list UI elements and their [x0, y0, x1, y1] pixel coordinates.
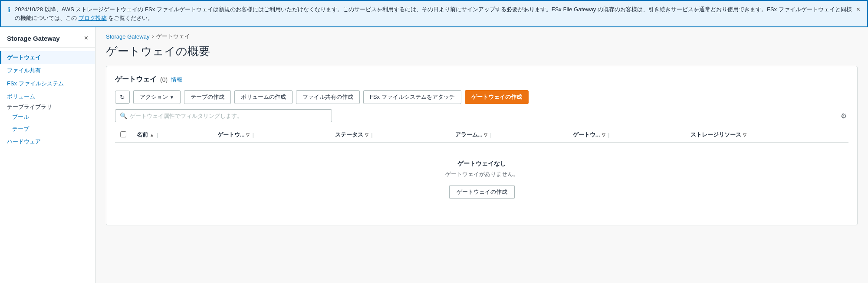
banner-text-part2: をご覧ください。: [108, 15, 153, 21]
col-storage-resource-sort: ▽: [743, 133, 746, 137]
gateway-create-button[interactable]: ゲートウェイの作成: [465, 90, 529, 104]
sidebar-nav-link-fileshare[interactable]: ファイル共有: [0, 64, 95, 77]
col-gateway-endpoint-sort: ▽: [602, 133, 605, 137]
data-table: 名前 ▲ | ゲートウ... ▽ |: [115, 127, 848, 216]
table-wrapper: 名前 ▲ | ゲートウ... ▽ |: [115, 127, 848, 216]
col-storage-resource[interactable]: ストレージリソース ▽: [685, 127, 848, 143]
sidebar-item-pool[interactable]: プール: [0, 111, 95, 123]
col-name-sort-asc: ▲: [150, 133, 154, 137]
breadcrumb-separator: ›: [152, 33, 154, 39]
col-gateway-type-label: ゲートウ...: [217, 131, 245, 139]
col-name[interactable]: 名前 ▲ |: [132, 127, 212, 143]
col-gateway-type-sort: ▽: [246, 133, 250, 137]
main-content: Storage Gateway › ゲートウェイ ゲートウェイの概要 ゲートウェ…: [95, 27, 868, 283]
col-name-label: 名前: [137, 131, 148, 139]
sidebar-nav-link-hardware[interactable]: ハードウェア: [0, 135, 95, 148]
sidebar-section-tapelibrary: テープライブラリ: [0, 101, 59, 113]
banner-blog-link[interactable]: ブログ投稿: [79, 15, 107, 21]
table-header: 名前 ▲ | ゲートウ... ▽ |: [115, 127, 848, 143]
sidebar-item-tape[interactable]: テープ: [0, 123, 95, 135]
card-header: ゲートウェイ (0) 情報: [115, 75, 848, 84]
sidebar-nav-link-fsx[interactable]: FSx ファイルシステム: [0, 77, 95, 90]
sidebar-item-hardware[interactable]: ハードウェア: [0, 135, 95, 148]
col-status-label: ステータス: [335, 131, 363, 139]
search-section: 🔍 ⚙: [115, 109, 848, 122]
sidebar-item-gateway[interactable]: ゲートウェイ: [0, 51, 95, 64]
breadcrumb-current: ゲートウェイ: [156, 33, 190, 40]
card-info-link[interactable]: 情報: [171, 76, 182, 84]
sidebar-nav: ゲートウェイ ファイル共有 FSx ファイルシステム ボリューム テープライブラ…: [0, 51, 95, 148]
search-icon: 🔍: [120, 112, 127, 119]
toolbar: ↻ アクション ▼ テープの作成 ボリュームの作成 ファイル共有の作成 FSx …: [115, 90, 848, 104]
card-title: ゲートウェイ: [115, 75, 157, 84]
volume-create-button[interactable]: ボリュームの作成: [234, 90, 293, 104]
table-body: ゲートウェイなし ゲートウェイがありません。 ゲートウェイの作成: [115, 143, 848, 217]
col-status[interactable]: ステータス ▽ |: [330, 127, 450, 143]
col-storage-resource-label: ストレージリソース: [690, 131, 741, 139]
sidebar: Storage Gateway × ゲートウェイ ファイル共有 FSx ファイル…: [0, 27, 95, 283]
app-body: Storage Gateway × ゲートウェイ ファイル共有 FSx ファイル…: [0, 27, 868, 283]
select-all-checkbox[interactable]: [120, 131, 126, 137]
empty-state: ゲートウェイなし ゲートウェイがありません。 ゲートウェイの作成: [115, 143, 848, 216]
banner-close-button[interactable]: ×: [856, 6, 860, 13]
empty-state-subtitle: ゲートウェイがありません。: [115, 170, 848, 178]
empty-state-cell: ゲートウェイなし ゲートウェイがありません。 ゲートウェイの作成: [115, 143, 848, 217]
breadcrumb: Storage Gateway › ゲートウェイ: [95, 27, 868, 42]
search-bar[interactable]: 🔍: [115, 109, 332, 122]
col-gateway-endpoint-label: ゲートウ...: [573, 131, 600, 139]
table-settings-button[interactable]: ⚙: [839, 110, 848, 122]
info-icon: ℹ: [8, 6, 10, 14]
sidebar-item-fsx[interactable]: FSx ファイルシステム: [0, 77, 95, 90]
sidebar-nav-link-gateway[interactable]: ゲートウェイ: [0, 51, 95, 64]
empty-state-create-button[interactable]: ゲートウェイの作成: [449, 185, 515, 199]
tape-create-button[interactable]: テープの作成: [184, 90, 231, 104]
col-alarm-label: アラーム...: [455, 131, 483, 139]
sidebar-close-button[interactable]: ×: [84, 34, 88, 42]
sidebar-header: Storage Gateway ×: [0, 34, 95, 48]
fsx-attach-button[interactable]: FSx ファイルシステムをアタッチ: [363, 90, 461, 104]
banner-text: 2024/10/28 以降、AWS ストレージゲートウェイの FSx ファイルゲ…: [15, 5, 852, 22]
sidebar-item-tapelibrary: テープライブラリ: [0, 103, 95, 111]
refresh-button[interactable]: ↻: [115, 91, 130, 104]
breadcrumb-home[interactable]: Storage Gateway: [106, 33, 149, 40]
sidebar-nav-link-tape[interactable]: テープ: [0, 123, 95, 135]
col-gateway-endpoint[interactable]: ゲートウ... ▽ |: [568, 127, 685, 143]
search-input[interactable]: [130, 113, 327, 119]
sidebar-title: Storage Gateway: [7, 35, 60, 42]
share-create-button[interactable]: ファイル共有の作成: [296, 90, 360, 104]
gateway-card: ゲートウェイ (0) 情報 ↻ アクション ▼ テープの作成 ボリュームの作成 …: [106, 66, 858, 225]
action-label: アクション: [140, 93, 168, 101]
empty-state-title: ゲートウェイなし: [115, 160, 848, 168]
card-count: (0): [160, 76, 168, 83]
notification-banner: ℹ 2024/10/28 以降、AWS ストレージゲートウェイの FSx ファイ…: [0, 0, 868, 27]
col-gateway-type[interactable]: ゲートウ... ▽ |: [212, 127, 330, 143]
page-title: ゲートウェイの概要: [95, 42, 868, 66]
col-status-sort: ▽: [365, 133, 368, 137]
sidebar-nav-link-pool[interactable]: プール: [0, 111, 95, 123]
col-alarm-sort: ▽: [484, 133, 487, 137]
action-dropdown-arrow: ▼: [170, 95, 174, 100]
select-all-th: [115, 127, 132, 143]
sidebar-item-fileshare[interactable]: ファイル共有: [0, 64, 95, 77]
action-dropdown-button[interactable]: アクション ▼: [133, 90, 181, 104]
col-alarm[interactable]: アラーム... ▽ |: [450, 127, 568, 143]
